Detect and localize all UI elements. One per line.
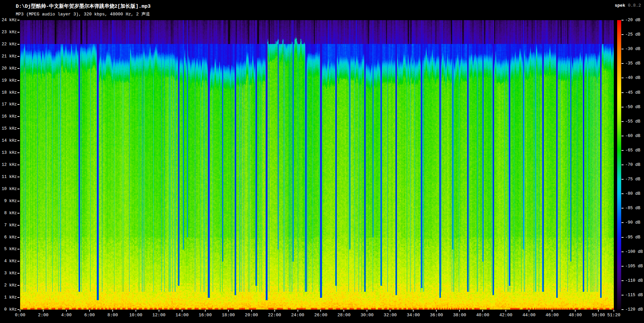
db-tick-mark [622, 266, 624, 267]
time-tick-label: 42:00 [495, 313, 517, 318]
time-tick-label: 22:00 [264, 313, 285, 318]
freq-tick-mark [17, 189, 19, 189]
app-name: spek [615, 3, 625, 8]
freq-tick-label: 8 kHz [0, 211, 17, 216]
time-tick-label: 48:00 [565, 313, 586, 318]
db-tick-label: -45 dB [625, 90, 640, 95]
db-tick-mark [622, 78, 624, 78]
db-tick-label: -70 dB [625, 163, 640, 167]
freq-tick-label: 6 kHz [0, 235, 17, 240]
db-tick-label: -80 dB [625, 191, 640, 196]
db-tick-label: -100 dB [625, 249, 643, 254]
freq-tick-label: 15 kHz [0, 126, 17, 131]
time-tick-label: 18:00 [218, 313, 239, 318]
db-tick-label: -110 dB [625, 278, 643, 283]
time-tick-mark [112, 310, 113, 312]
db-tick-mark [622, 222, 624, 223]
time-tick-label: 12:00 [148, 313, 170, 318]
db-tick-mark [622, 295, 624, 295]
time-tick-mark [413, 310, 414, 312]
db-tick-label: -115 dB [625, 293, 643, 297]
time-tick-mark [89, 310, 90, 312]
time-tick-label: 36:00 [426, 313, 447, 318]
time-tick-mark [482, 310, 483, 312]
freq-tick-label: 11 kHz [0, 175, 17, 179]
db-tick-label: -120 dB [625, 307, 643, 312]
app-brand: spek0.8.2 [615, 3, 641, 8]
time-tick-label: 46:00 [541, 313, 563, 318]
time-tick-mark [505, 310, 506, 312]
freq-tick-mark [17, 56, 19, 57]
db-tick-mark [622, 107, 624, 107]
db-tick-label: -20 dB [625, 18, 640, 22]
db-tick-label: -95 dB [625, 235, 640, 240]
db-tick-label: -105 dB [625, 264, 643, 269]
freq-tick-label: 23 kHz [0, 30, 17, 35]
time-tick-mark [459, 310, 460, 312]
time-tick-mark [20, 310, 20, 312]
time-tick-mark [136, 310, 136, 312]
freq-tick-mark [17, 128, 19, 129]
db-tick-label: -75 dB [625, 177, 640, 182]
freq-tick-label: 20 kHz [0, 66, 17, 71]
db-tick-label: -60 dB [625, 134, 640, 138]
freq-tick-mark [17, 201, 19, 201]
freq-tick-label: 17 kHz [0, 102, 17, 107]
time-tick-mark [343, 310, 344, 312]
freq-tick-label: 21 kHz [0, 54, 17, 59]
db-tick-label: -40 dB [625, 76, 640, 80]
time-tick-mark [251, 310, 252, 312]
time-tick-label: 44:00 [518, 313, 540, 318]
freq-tick-label: 24 kHz [0, 18, 17, 22]
time-tick-label: 8:00 [102, 313, 123, 318]
time-tick-label: 34:00 [402, 313, 424, 318]
freq-tick-label: 3 kHz [0, 271, 17, 276]
freq-tick-label: 9 kHz [0, 199, 17, 203]
freq-tick-mark [17, 273, 19, 274]
db-tick-mark [622, 92, 624, 93]
freq-tick-label: 13 kHz [0, 150, 17, 155]
freq-tick-label: 19 kHz [0, 78, 17, 83]
freq-tick-label: 12 kHz [0, 163, 17, 167]
db-tick-mark [622, 20, 624, 20]
db-tick-mark [622, 280, 624, 281]
time-tick-label: 14:00 [171, 313, 193, 318]
freq-tick-label: 2 kHz [0, 283, 17, 288]
freq-tick-mark [17, 32, 19, 33]
db-tick-mark [622, 49, 624, 49]
time-tick-label: 38:00 [449, 313, 470, 318]
db-tick-label: -55 dB [625, 119, 640, 124]
time-tick-mark [182, 310, 182, 312]
time-tick-mark [320, 310, 321, 312]
time-tick-mark [43, 310, 44, 312]
freq-tick-mark [17, 116, 19, 117]
freq-tick-label: 5 kHz [0, 247, 17, 251]
db-tick-mark [622, 193, 624, 194]
time-tick-mark [598, 310, 599, 312]
db-tick-mark [622, 136, 624, 136]
freq-tick-label: 4 kHz [0, 259, 17, 264]
time-tick-label: 6:00 [79, 313, 100, 318]
freq-tick-mark [17, 68, 19, 69]
time-tick-mark [613, 310, 614, 312]
freq-tick-label: 18 kHz [0, 90, 17, 95]
time-tick-mark [575, 310, 576, 312]
freq-tick-label: 14 kHz [0, 138, 17, 143]
time-tick-mark [66, 310, 67, 312]
db-tick-mark [622, 165, 624, 165]
db-tick-label: -50 dB [625, 105, 640, 109]
time-tick-mark [205, 310, 206, 312]
freq-tick-label: 7 kHz [0, 223, 17, 228]
db-tick-mark [622, 309, 624, 310]
freq-tick-mark [17, 297, 19, 298]
file-path-title: D:\Dj型酷帅-中文新年贺岁墨尔本弹跳串烧2[加长版].mp3 [16, 3, 151, 9]
freq-tick-mark [17, 309, 19, 310]
time-tick-label: 40:00 [472, 313, 493, 318]
freq-tick-mark [17, 20, 19, 20]
freq-tick-mark [17, 44, 19, 45]
time-tick-mark [367, 310, 367, 312]
app-version: 0.8.2 [628, 3, 641, 8]
time-tick-mark [529, 310, 529, 312]
freq-tick-mark [17, 285, 19, 286]
db-tick-label: -30 dB [625, 47, 640, 51]
